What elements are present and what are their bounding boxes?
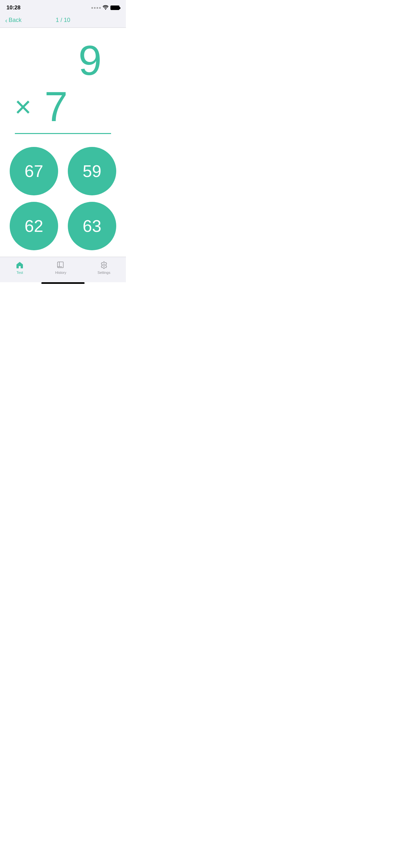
home-icon (16, 261, 24, 269)
battery-icon (111, 5, 120, 10)
gear-icon (100, 261, 108, 269)
answer-button-59[interactable]: 59 (68, 147, 116, 195)
main-content: 9 × 7 67 59 62 63 (0, 28, 126, 257)
top-number-row: 9 (6, 37, 120, 84)
tab-bar: Test History Settings (0, 257, 126, 282)
answer-button-63[interactable]: 63 (68, 202, 116, 250)
back-chevron-icon: ‹ (5, 17, 7, 24)
tab-test-label: Test (17, 271, 23, 275)
book-icon (57, 261, 65, 269)
wifi-icon (103, 5, 109, 11)
home-indicator (41, 282, 85, 284)
operator-symbol: × (14, 92, 32, 121)
tab-settings[interactable]: Settings (91, 259, 117, 276)
status-icons (91, 5, 120, 11)
svg-point-0 (103, 264, 105, 267)
tab-test[interactable]: Test (9, 259, 30, 276)
nav-title: 1 / 10 (56, 17, 70, 24)
answer-button-67[interactable]: 67 (10, 147, 58, 195)
tab-history-label: History (55, 271, 66, 275)
answer-button-62[interactable]: 62 (10, 202, 58, 250)
top-number: 9 (79, 37, 102, 84)
back-button[interactable]: ‹ Back (5, 17, 22, 24)
back-label: Back (9, 17, 22, 24)
bottom-number: 7 (44, 84, 68, 130)
math-problem: 9 × 7 (6, 37, 120, 144)
nav-bar: ‹ Back 1 / 10 (0, 13, 126, 28)
status-time: 10:28 (6, 4, 20, 11)
divider-line (15, 133, 111, 134)
answers-grid: 67 59 62 63 (8, 147, 118, 250)
status-bar: 10:28 (0, 0, 126, 13)
tab-settings-label: Settings (97, 271, 111, 275)
tab-history[interactable]: History (49, 259, 73, 276)
signal-dots-icon (91, 7, 101, 9)
middle-row: × 7 (6, 84, 120, 130)
